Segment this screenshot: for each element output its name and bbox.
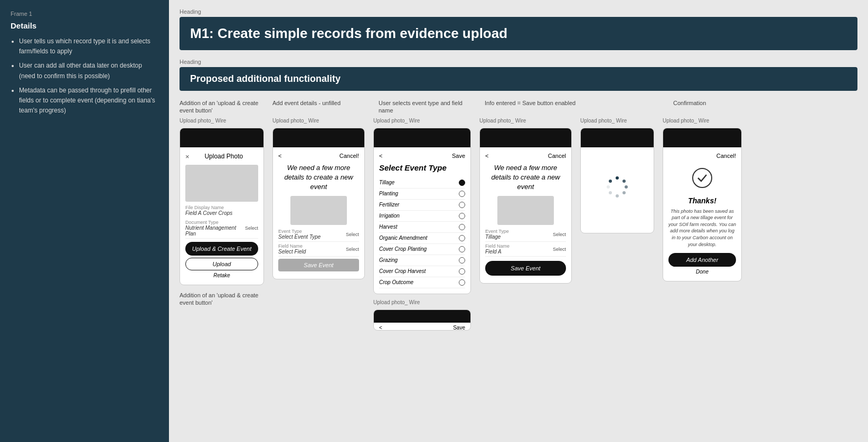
phone-1-topbar: × Upload Photo [185, 153, 258, 161]
step-col-6: Upload photo_ Wire Cancel! Thanks! [663, 118, 742, 282]
svg-point-3 [622, 191, 626, 194]
steps-row: Upload photo_ Wire × Upload Photo File D… [180, 118, 857, 331]
field-name-label: Field Name [278, 243, 306, 249]
upload-btn[interactable]: Upload [185, 258, 258, 270]
svg-point-1 [622, 180, 626, 183]
field-display-label: File Display Name [185, 205, 258, 210]
phone-1-photo [185, 165, 258, 202]
event-type-title: Select Event Type [379, 163, 465, 172]
phone-3a-save[interactable]: Save [452, 153, 465, 159]
phone-2: < Cancel! We need a few more details to … [272, 128, 365, 280]
step-label-1: Addition of an 'upload & create event bu… [180, 99, 264, 115]
wire-label-5: Upload photo_ Wire [580, 118, 654, 124]
phone-4-photo [497, 196, 554, 225]
step-col-5: Upload photo_ Wire [580, 118, 654, 233]
step-label-3: User selects event type and field name [379, 99, 476, 115]
sub-title: Proposed additional functionality [180, 67, 857, 91]
upload-create-btn[interactable]: Upload & Create Event [185, 242, 258, 256]
phone4-event-value: Tillage [485, 234, 509, 240]
phone-1-title: Upload Photo [204, 153, 243, 160]
loading-spinner [586, 163, 648, 203]
step-col-1: Upload photo_ Wire × Upload Photo File D… [180, 118, 264, 307]
phone-1-header [180, 128, 263, 147]
phone-3b-back[interactable]: < [379, 325, 382, 331]
add-another-btn[interactable]: Add Another [668, 253, 736, 267]
phone-4-event-type: Event Type Tillage Select [485, 227, 566, 242]
phone-2-field-name: Field Name Select Field Select [278, 242, 359, 257]
phone-3b-save[interactable]: Save [453, 325, 465, 331]
radio-option-0[interactable]: Tillage [379, 177, 465, 189]
phone4-field-label: Field Name [485, 243, 510, 249]
phone-4: < Cancel We need a few more details to c… [479, 128, 572, 284]
save-event-btn-2[interactable]: Save Event [278, 259, 359, 271]
radio-option-8[interactable]: Cover Crop Harvest [379, 266, 465, 277]
save-event-btn-4[interactable]: Save Event [485, 261, 566, 276]
svg-point-7 [609, 180, 612, 183]
phone-2-cancel[interactable]: Cancel! [339, 153, 359, 159]
field-name-value: Select Field [278, 249, 306, 255]
phone-6-topbar: Cancel! [668, 153, 736, 159]
radio-option-1[interactable]: Planting [379, 189, 465, 200]
phone4-field-select[interactable]: Select [553, 247, 566, 252]
step-label-5 [591, 99, 665, 115]
phone-5 [580, 128, 654, 233]
doc-label: Document Type [185, 220, 245, 225]
phone-6-content: Cancel! Thanks! This photo has been save… [663, 147, 741, 281]
done-btn[interactable]: Done [668, 269, 736, 275]
step-label-2: Add event details - unfilled [272, 99, 370, 115]
phone-6-header [663, 128, 741, 147]
phone-3a-back[interactable]: < [379, 153, 382, 159]
phone-5-header [581, 128, 654, 147]
phone-2-event-type: Event Type Select Event Type Select [278, 227, 359, 242]
step-labels-row: Addition of an 'upload & create event bu… [180, 99, 857, 115]
retake-btn[interactable]: Retake [185, 272, 258, 278]
sidebar-bullet-1: User tells us which record type it is an… [19, 36, 158, 57]
radio-option-2[interactable]: Fertilizer [379, 200, 465, 211]
main-title: M1: Create simple records from evidence … [180, 17, 857, 50]
sidebar-bullet-2: User can add all other data later on des… [19, 61, 158, 81]
wire-label-1: Upload photo_ Wire [180, 118, 264, 124]
stacked-phones-3: < Save Select Event Type TillagePlanting… [373, 128, 471, 331]
doc-select[interactable]: Select [245, 225, 258, 231]
phone4-event-select[interactable]: Select [553, 232, 566, 237]
phone-3a-header [374, 128, 470, 147]
phone4-field-value: Field A [485, 249, 510, 255]
phone-1-field-doc: Document Type Nutrient Management Plan S… [185, 218, 258, 239]
phone-5-content [581, 147, 654, 219]
sidebar-title: Details [11, 21, 158, 30]
phone-4-title: We need a few more details to create a n… [485, 163, 566, 192]
phone-3b-topbar: < Save [374, 323, 470, 331]
svg-point-4 [616, 194, 619, 198]
phone-2-title: We need a few more details to create a n… [278, 163, 359, 192]
radio-option-5[interactable]: Organic Amendment [379, 233, 465, 244]
phone-2-back[interactable]: < [278, 153, 281, 159]
phone-2-topbar: < Cancel! [278, 153, 359, 159]
phone-3b: < Save [373, 309, 471, 331]
svg-point-5 [609, 191, 612, 194]
event-type-label: Event Type [278, 229, 320, 234]
radio-option-3[interactable]: Irrigation [379, 211, 465, 222]
confirm-description: This photo has been saved as part of a n… [668, 208, 736, 248]
wire-label-2: Upload photo_ Wire [272, 118, 365, 124]
wire-label-3b: Upload photo_ Wire [373, 299, 471, 306]
phone-2-content: < Cancel! We need a few more details to … [273, 147, 364, 279]
field-name-select[interactable]: Select [346, 247, 359, 252]
svg-point-0 [616, 176, 619, 180]
radio-option-9[interactable]: Crop Outcome [379, 277, 465, 288]
phone-4-field-name: Field Name Field A Select [485, 242, 566, 257]
sidebar: Frame 1 Details User tells us which reco… [0, 0, 169, 442]
event-type-select[interactable]: Select [346, 232, 359, 237]
phone-2-header [273, 128, 364, 147]
phone-4-cancel[interactable]: Cancel [548, 153, 566, 159]
svg-point-6 [607, 185, 610, 189]
phone-3a: < Save Select Event Type TillagePlanting… [373, 128, 471, 294]
step-col-2: Upload photo_ Wire < Cancel! We need a f… [272, 118, 365, 280]
phone-1-content: × Upload Photo File Display Name Field A… [180, 147, 263, 285]
radio-option-6[interactable]: Cover Crop Planting [379, 244, 465, 255]
radio-option-7[interactable]: Grazing [379, 255, 465, 266]
sidebar-bullet-3: Metadata can be passed through to prefil… [19, 86, 158, 116]
phone-4-back[interactable]: < [485, 153, 488, 159]
radio-option-4[interactable]: Harvest [379, 222, 465, 233]
phone-6-cancel[interactable]: Cancel! [716, 153, 736, 159]
phone-1-close[interactable]: × [185, 153, 190, 161]
